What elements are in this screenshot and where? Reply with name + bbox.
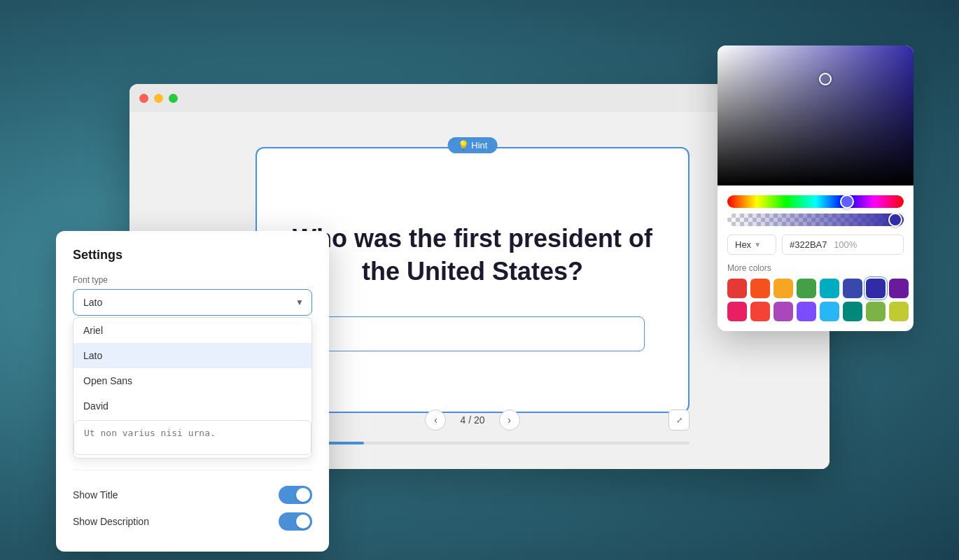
show-title-toggle[interactable] xyxy=(279,486,312,504)
show-description-label: Show Description xyxy=(73,516,149,527)
color-swatch[interactable] xyxy=(843,279,862,298)
color-swatch[interactable] xyxy=(889,279,909,298)
color-swatch[interactable] xyxy=(797,302,816,321)
font-option-ariel[interactable]: Ariel xyxy=(74,318,312,343)
color-swatch[interactable] xyxy=(727,302,747,321)
show-description-toggle[interactable] xyxy=(279,512,312,531)
color-picker-panel: Hex ▼ #322BA7 100% More colors xyxy=(718,46,913,331)
hue-slider[interactable] xyxy=(727,195,904,208)
fullscreen-button[interactable]: ⤢ xyxy=(668,410,690,430)
show-title-row: Show Title xyxy=(73,482,312,508)
hex-value-display[interactable]: #322BA7 100% xyxy=(782,234,904,255)
color-swatch[interactable] xyxy=(797,279,816,298)
color-gradient-area[interactable] xyxy=(718,46,913,186)
more-colors-label: More colors xyxy=(727,263,904,273)
hex-format-select[interactable]: Hex ▼ xyxy=(727,234,776,255)
next-button[interactable]: › xyxy=(499,410,520,430)
settings-panel: Settings Font type Lato ▼ Ariel Lato Ope… xyxy=(56,231,329,552)
color-swatch[interactable] xyxy=(820,279,839,298)
show-description-row: Show Description xyxy=(73,508,312,535)
hex-format-label: Hex xyxy=(735,239,751,250)
hex-row: Hex ▼ #322BA7 100% xyxy=(727,234,904,255)
font-option-david[interactable]: David xyxy=(74,393,312,419)
font-select-wrapper: Lato ▼ xyxy=(73,289,312,316)
color-swatch[interactable] xyxy=(866,302,886,321)
color-swatch[interactable] xyxy=(889,302,909,321)
color-swatch[interactable] xyxy=(750,302,770,321)
font-type-select[interactable]: Lato xyxy=(73,289,312,316)
chevron-down-icon: ▼ xyxy=(754,241,761,248)
font-option-opensans[interactable]: Open Sans xyxy=(74,368,312,393)
opacity-slider-wrapper xyxy=(727,214,904,226)
prev-button[interactable]: ‹ xyxy=(425,410,446,430)
color-picker-dot[interactable] xyxy=(819,73,832,85)
quiz-answer-area[interactable] xyxy=(300,316,645,351)
hint-badge[interactable]: 💡 Hint xyxy=(448,137,498,153)
hue-slider-wrapper xyxy=(727,195,904,208)
color-swatch[interactable] xyxy=(774,279,793,298)
color-swatches xyxy=(727,279,904,321)
hue-slider-thumb[interactable] xyxy=(840,195,854,209)
show-title-label: Show Title xyxy=(73,489,118,500)
color-controls: Hex ▼ #322BA7 100% More colors xyxy=(718,186,913,331)
settings-textarea[interactable] xyxy=(74,420,312,455)
opacity-slider-thumb[interactable] xyxy=(888,213,902,227)
color-swatch[interactable] xyxy=(866,279,886,298)
traffic-light-red[interactable] xyxy=(139,94,148,103)
color-swatch[interactable] xyxy=(727,279,747,298)
color-swatch[interactable] xyxy=(820,302,839,321)
traffic-light-yellow[interactable] xyxy=(154,94,163,103)
font-option-lato[interactable]: Lato xyxy=(74,343,312,368)
nav-counter: 4 / 20 xyxy=(460,414,484,426)
font-dropdown: Ariel Lato Open Sans David xyxy=(73,317,312,458)
color-swatch[interactable] xyxy=(843,302,862,321)
opacity-slider[interactable] xyxy=(727,214,904,226)
divider xyxy=(73,470,312,470)
hint-label: 💡 Hint xyxy=(458,140,488,150)
font-type-label: Font type xyxy=(73,275,312,285)
color-swatch[interactable] xyxy=(750,279,770,298)
color-swatch[interactable] xyxy=(774,302,793,321)
traffic-light-green[interactable] xyxy=(169,94,178,103)
settings-title: Settings xyxy=(73,248,312,262)
